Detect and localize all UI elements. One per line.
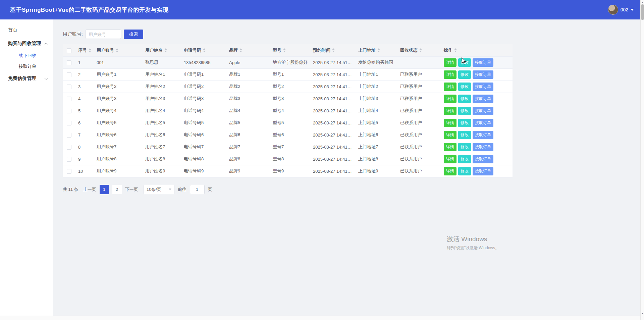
search-input[interactable] bbox=[86, 30, 121, 39]
accept-order-button[interactable]: 接取订单 bbox=[473, 83, 493, 91]
row-checkbox[interactable] bbox=[67, 72, 71, 77]
edit-button[interactable]: 修改 bbox=[458, 119, 471, 127]
page-2-button[interactable]: 2 bbox=[112, 185, 122, 194]
column-header[interactable]: 品牌 bbox=[226, 44, 270, 56]
detail-button[interactable]: 详情 bbox=[444, 143, 457, 151]
column-header[interactable]: 用户账号 bbox=[94, 44, 143, 56]
detail-button[interactable]: 详情 bbox=[444, 131, 457, 139]
sort-icon[interactable] bbox=[283, 48, 286, 52]
edit-button[interactable]: 修改 bbox=[458, 70, 471, 79]
select-all-checkbox[interactable] bbox=[67, 48, 71, 53]
table-cell: 3 bbox=[75, 81, 94, 93]
edit-button[interactable]: 修改 bbox=[458, 95, 471, 103]
prev-page-button[interactable]: 上一页 bbox=[83, 186, 96, 193]
scroll-down-arrow-icon[interactable]: ▼ bbox=[641, 311, 644, 316]
sort-icon[interactable] bbox=[377, 48, 380, 52]
table-cell: 2025-03-27 14:51:37 bbox=[310, 56, 356, 68]
detail-button[interactable]: 详情 bbox=[444, 107, 457, 115]
row-checkbox[interactable] bbox=[67, 145, 71, 150]
table-cell: 张思思 bbox=[143, 56, 181, 68]
column-header-label: 型号 bbox=[273, 48, 281, 53]
scrollbar-thumb[interactable] bbox=[641, 4, 644, 20]
detail-button[interactable]: 详情 bbox=[444, 58, 457, 67]
column-header[interactable]: 上门地址 bbox=[356, 44, 397, 56]
edit-button[interactable]: 修改 bbox=[458, 143, 471, 151]
accept-order-button[interactable]: 接取订单 bbox=[473, 143, 493, 151]
accept-order-button[interactable]: 接取订单 bbox=[473, 70, 493, 79]
table-cell: 型号8 bbox=[270, 153, 310, 165]
row-checkbox[interactable] bbox=[67, 60, 71, 65]
row-checkbox[interactable] bbox=[67, 157, 71, 162]
search-button[interactable]: 搜索 bbox=[124, 30, 143, 39]
horizontal-scrollbar[interactable] bbox=[0, 316, 640, 320]
detail-button[interactable]: 详情 bbox=[444, 83, 457, 91]
row-checkbox[interactable] bbox=[67, 97, 71, 101]
detail-button[interactable]: 详情 bbox=[444, 95, 457, 103]
accept-order-button[interactable]: 接取订单 bbox=[473, 107, 493, 115]
detail-button[interactable]: 详情 bbox=[444, 167, 457, 175]
accept-order-button[interactable]: 接取订单 bbox=[473, 131, 493, 139]
sort-icon[interactable] bbox=[89, 48, 91, 52]
row-checkbox[interactable] bbox=[67, 109, 71, 113]
avatar[interactable] bbox=[608, 5, 618, 15]
sort-icon[interactable] bbox=[454, 48, 457, 52]
table-cell: 已联系用户 bbox=[397, 81, 441, 93]
edit-button[interactable]: 修改 bbox=[458, 58, 471, 67]
next-page-button[interactable]: 下一页 bbox=[125, 186, 138, 193]
sort-icon[interactable] bbox=[116, 48, 118, 52]
row-actions: 详情修改接取订单 bbox=[441, 93, 513, 105]
sidebar-item-accept-orders[interactable]: 接取订单 bbox=[0, 61, 53, 72]
column-header[interactable]: 电话号码 bbox=[181, 44, 226, 56]
app-header: 基于SpringBoot+Vue的二手数码产品交易平台的开发与实现 002 bbox=[0, 0, 644, 19]
sort-icon[interactable] bbox=[239, 48, 242, 52]
table-cell: 用户账号6 bbox=[94, 129, 143, 141]
column-header[interactable]: 预约时间 bbox=[310, 44, 356, 56]
page-1-button[interactable]: 1 bbox=[100, 185, 109, 194]
column-header[interactable]: 型号 bbox=[270, 44, 310, 56]
detail-button[interactable]: 详情 bbox=[444, 155, 457, 163]
accept-order-button[interactable]: 接取订单 bbox=[473, 119, 493, 127]
accept-order-button[interactable]: 接取订单 bbox=[473, 95, 493, 103]
accept-order-button[interactable]: 接取订单 bbox=[473, 155, 493, 163]
edit-button[interactable]: 修改 bbox=[458, 167, 471, 175]
row-checkbox[interactable] bbox=[67, 85, 71, 89]
sidebar-group-purchase-recycle[interactable]: 购买与回收管理 bbox=[0, 37, 53, 50]
row-checkbox[interactable] bbox=[67, 169, 71, 174]
column-header[interactable]: 序号 bbox=[75, 44, 94, 56]
sort-icon[interactable] bbox=[419, 48, 422, 52]
table-cell: 上门地址1 bbox=[356, 68, 397, 81]
sort-icon[interactable] bbox=[164, 48, 167, 52]
row-checkbox[interactable] bbox=[67, 121, 71, 125]
table-cell: 10 bbox=[75, 165, 94, 177]
table-row: 5用户账号4用户姓名4电话号码4品牌4型号42025-03-27 14:41:0… bbox=[63, 105, 513, 117]
user-menu[interactable]: 002 bbox=[608, 5, 634, 15]
main-content: 用户账号: 搜索 序号用户账号用户姓名电话号码品牌型号预约时间上门地址回收状态操… bbox=[53, 19, 644, 320]
table-cell: 品牌3 bbox=[226, 93, 270, 105]
scroll-up-arrow-icon[interactable]: ▲ bbox=[641, 0, 644, 4]
table-cell: 电话号码7 bbox=[181, 141, 226, 153]
accept-order-button[interactable]: 接取订单 bbox=[473, 167, 493, 175]
column-header[interactable]: 操作 bbox=[441, 44, 513, 56]
column-header[interactable]: 用户姓名 bbox=[143, 44, 181, 56]
accept-order-button[interactable]: 接取订单 bbox=[473, 58, 493, 67]
edit-button[interactable]: 修改 bbox=[458, 107, 471, 115]
row-checkbox[interactable] bbox=[67, 133, 71, 138]
edit-button[interactable]: 修改 bbox=[458, 155, 471, 163]
column-header-label: 操作 bbox=[444, 48, 452, 53]
edit-button[interactable]: 修改 bbox=[458, 131, 471, 139]
sort-icon[interactable] bbox=[332, 48, 335, 52]
goto-page-input[interactable] bbox=[190, 185, 205, 194]
column-header[interactable]: 回收状态 bbox=[397, 44, 441, 56]
sidebar-item-offline-recycle[interactable]: 线下回收 bbox=[0, 50, 53, 61]
table-cell: 用户姓名4 bbox=[143, 105, 181, 117]
page-size-select[interactable]: 10条/页 bbox=[144, 185, 174, 194]
detail-button[interactable]: 详情 bbox=[444, 70, 457, 79]
sort-icon[interactable] bbox=[203, 48, 206, 52]
edit-button[interactable]: 修改 bbox=[458, 83, 471, 91]
sidebar-group-free-valuation[interactable]: 免费估价管理 bbox=[0, 72, 53, 85]
detail-button[interactable]: 详情 bbox=[444, 119, 457, 127]
table-cell: 用户账号8 bbox=[94, 153, 143, 165]
vertical-scrollbar[interactable]: ▲ ▼ bbox=[640, 0, 644, 320]
sidebar-item-home[interactable]: 首页 bbox=[0, 23, 53, 37]
row-actions: 详情修改接取订单 bbox=[441, 129, 513, 141]
